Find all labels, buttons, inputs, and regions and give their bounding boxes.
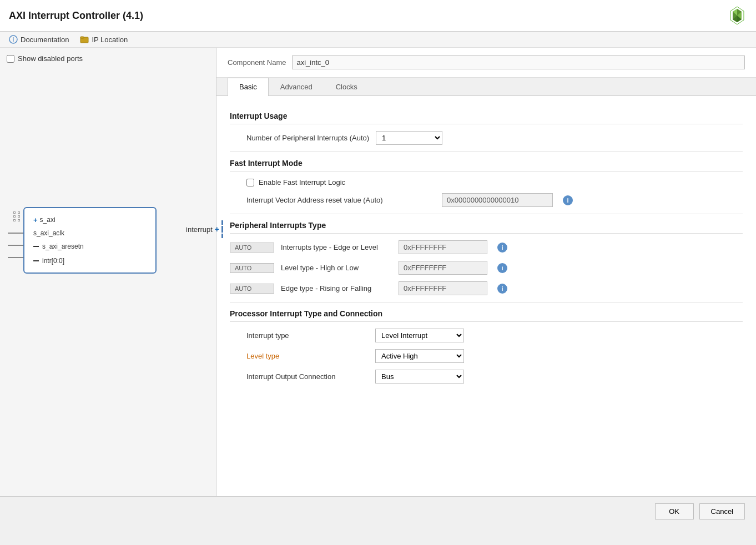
ok-button[interactable]: OK bbox=[655, 503, 694, 519]
tab-advanced[interactable]: Advanced bbox=[269, 78, 324, 95]
documentation-label: Documentation bbox=[21, 36, 69, 44]
port-s-axi: + s_axi bbox=[33, 215, 147, 225]
plus-icon-s-axi: + bbox=[33, 216, 38, 224]
section-interrupt-usage-title: Interrupt Usage bbox=[230, 112, 743, 124]
hex-value-0: 0xFFFFFFFF bbox=[399, 240, 487, 254]
info-icon: i bbox=[9, 35, 18, 44]
svg-text:i: i bbox=[13, 37, 14, 43]
component-name-input[interactable] bbox=[292, 55, 745, 69]
plus-icon-interrupt: + bbox=[215, 225, 219, 234]
auto-btn-0[interactable]: AUTO bbox=[230, 243, 274, 253]
line-icon bbox=[33, 260, 39, 261]
tab-basic[interactable]: Basic bbox=[228, 78, 269, 96]
documentation-link[interactable]: i Documentation bbox=[9, 35, 69, 44]
block-diagram: + s_axi s_axi_aclk s_axi_aresetn intr[0:… bbox=[23, 207, 209, 274]
interrupt-label: interrupt bbox=[186, 225, 213, 234]
interrupt-type-label-1: Level type - High or Low bbox=[281, 264, 392, 272]
show-disabled-checkbox[interactable] bbox=[7, 55, 14, 63]
tab-clocks[interactable]: Clocks bbox=[324, 78, 369, 95]
num-peripheral-row: Number of Peripheral Interrupts (Auto) 1… bbox=[230, 131, 743, 145]
info-icon-2[interactable]: i bbox=[497, 284, 507, 294]
section-fast-interrupt-title: Fast Interrupt Mode bbox=[230, 159, 743, 171]
interrupt-type-row: Interrupt type Level Interrupt Fast Inte… bbox=[230, 329, 743, 342]
port-line-2 bbox=[8, 245, 23, 246]
output-connection-form-label: Interrupt Output Connection bbox=[246, 372, 369, 381]
interrupt-type-select[interactable]: Level Interrupt Fast Interrupt bbox=[375, 329, 464, 342]
level-type-select[interactable]: Active High Active Low bbox=[375, 349, 464, 363]
component-name-label: Component Name bbox=[228, 58, 286, 67]
sub-bar: i Documentation IP Location bbox=[0, 32, 756, 48]
num-peripheral-select[interactable]: 1 2 4 8 16 32 bbox=[376, 131, 442, 145]
port-line-3 bbox=[8, 257, 23, 258]
port-line-1 bbox=[8, 233, 23, 234]
info-icon-0[interactable]: i bbox=[497, 243, 507, 253]
top-bar: AXI Interrupt Controller (4.1) bbox=[0, 0, 756, 32]
enable-fast-interrupt-row: Enable Fast Interrupt Logic bbox=[230, 178, 743, 186]
enable-fast-interrupt-checkbox[interactable] bbox=[246, 179, 254, 186]
folder-icon bbox=[80, 35, 89, 44]
peripheral-interrupt-row-1: AUTO Level type - High or Low 0xFFFFFFFF… bbox=[230, 261, 743, 275]
ip-location-link[interactable]: IP Location bbox=[80, 35, 128, 44]
tabs: Basic Advanced Clocks bbox=[216, 78, 756, 96]
vector-info-icon[interactable]: i bbox=[563, 195, 573, 205]
right-panel: Component Name Basic Advanced Clocks Int… bbox=[216, 48, 756, 496]
section-processor-interrupt-title: Processor Interrupt Type and Connection bbox=[230, 309, 743, 322]
output-connection-select[interactable]: Bus Single bbox=[375, 370, 464, 383]
xilinx-logo bbox=[727, 6, 747, 26]
level-type-form-label: Level type bbox=[246, 352, 369, 360]
block-box: + s_axi s_axi_aclk s_axi_aresetn intr[0:… bbox=[23, 207, 157, 274]
page-title: AXI Interrupt Controller (4.1) bbox=[9, 10, 143, 22]
port-dots bbox=[13, 211, 21, 221]
svg-rect-9 bbox=[80, 37, 84, 38]
auto-btn-1[interactable]: AUTO bbox=[230, 263, 274, 273]
tab-content-basic: Interrupt Usage Number of Peripheral Int… bbox=[216, 96, 756, 401]
show-disabled-label: Show disabled ports bbox=[18, 54, 83, 63]
vector-label: Interrupt Vector Address reset value (Au… bbox=[246, 196, 435, 204]
component-name-row: Component Name bbox=[216, 48, 756, 78]
enable-fast-interrupt-label: Enable Fast Interrupt Logic bbox=[259, 178, 345, 186]
port-s-axi-aclk: s_axi_aclk bbox=[33, 229, 147, 237]
level-type-row: Level type Active High Active Low bbox=[230, 349, 743, 363]
interrupt-port: interrupt + bbox=[186, 220, 223, 238]
info-icon-1[interactable]: i bbox=[497, 263, 507, 273]
interrupt-type-label-2: Edge type - Rising or Falling bbox=[281, 284, 392, 292]
output-connection-row: Interrupt Output Connection Bus Single bbox=[230, 370, 743, 383]
bottom-bar: OK Cancel bbox=[0, 496, 756, 526]
port-s-axi-aresetn: s_axi_aresetn bbox=[33, 241, 147, 251]
auto-btn-2[interactable]: AUTO bbox=[230, 284, 274, 294]
section-peripheral-interrupts-title: Peripheral Interrupts Type bbox=[230, 221, 743, 234]
peripheral-interrupt-row-0: AUTO Interrupts type - Edge or Level 0xF… bbox=[230, 240, 743, 254]
main-area: Show disabled ports bbox=[0, 48, 756, 496]
vector-row: Interrupt Vector Address reset value (Au… bbox=[230, 193, 743, 207]
ip-location-label: IP Location bbox=[92, 36, 128, 44]
num-peripheral-label: Number of Peripheral Interrupts (Auto) bbox=[246, 134, 369, 142]
port-bars bbox=[221, 220, 223, 238]
left-panel: Show disabled ports bbox=[0, 48, 216, 496]
vector-value: 0x0000000000000010 bbox=[442, 193, 553, 207]
port-intr: intr[0:0] bbox=[33, 256, 147, 266]
show-disabled-row: Show disabled ports bbox=[7, 54, 209, 63]
arrow-left-icon bbox=[33, 246, 39, 247]
interrupt-type-form-label: Interrupt type bbox=[246, 331, 369, 340]
hex-value-2: 0xFFFFFFFF bbox=[399, 281, 487, 295]
cancel-button[interactable]: Cancel bbox=[699, 503, 745, 519]
interrupt-type-label-0: Interrupts type - Edge or Level bbox=[281, 243, 392, 251]
hex-value-1: 0xFFFFFFFF bbox=[399, 261, 487, 275]
peripheral-interrupt-row-2: AUTO Edge type - Rising or Falling 0xFFF… bbox=[230, 281, 743, 295]
